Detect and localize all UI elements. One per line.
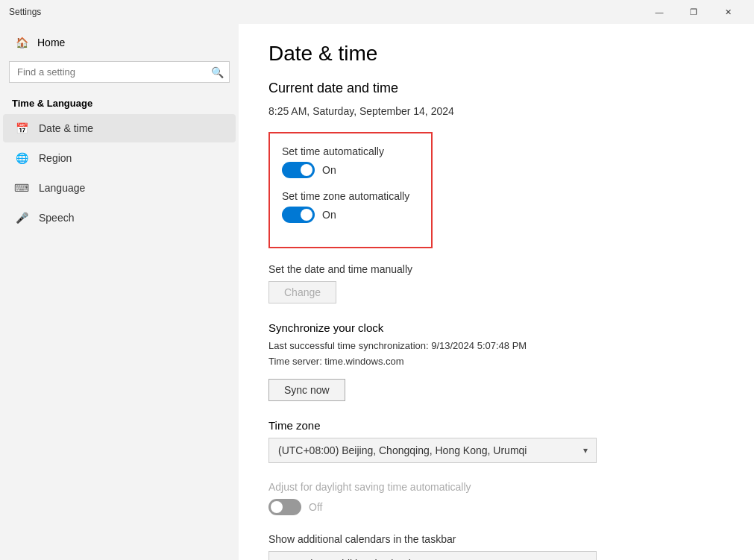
home-label: Home — [37, 37, 65, 48]
daylight-status: Off — [309, 501, 322, 513]
set-time-auto-toggle[interactable] — [282, 162, 315, 178]
auto-time-box: Set time automatically On Set time zone … — [268, 132, 433, 248]
sidebar-item-datetime-label: Date & time — [39, 122, 93, 134]
sidebar-item-datetime[interactable]: 📅 Date & time — [3, 114, 236, 142]
set-time-auto-row: Set time automatically On — [282, 145, 419, 178]
window-controls: — ❐ ✕ — [642, 0, 745, 24]
search-input[interactable] — [9, 61, 230, 83]
app-title: Settings — [9, 7, 642, 17]
set-timezone-auto-toggle-container: On — [282, 207, 419, 223]
sidebar-item-language-label: Language — [39, 182, 85, 194]
sync-last-text: Last successful time synchronization: 9/… — [268, 339, 724, 354]
sidebar-item-speech-label: Speech — [39, 212, 74, 224]
manual-time-section: Set the date and time manually Change — [268, 263, 724, 303]
sync-section: Synchronize your clock Last successful t… — [268, 321, 724, 401]
timezone-select-wrapper: (UTC+08:00) Beijing, Chongqing, Hong Kon… — [268, 438, 597, 463]
timezone-select[interactable]: (UTC+08:00) Beijing, Chongqing, Hong Kon… — [268, 438, 597, 463]
sync-last-info: Last successful time synchronization: 9/… — [268, 339, 724, 370]
content-area: Date & time Current date and time 8:25 A… — [239, 24, 754, 560]
set-time-auto-label: Set time automatically — [282, 145, 419, 157]
sync-now-button[interactable]: Sync now — [268, 379, 345, 401]
sync-server-text: Time server: time.windows.com — [268, 354, 724, 370]
change-button: Change — [268, 281, 336, 303]
set-timezone-auto-row: Set time zone automatically On — [282, 190, 419, 223]
sidebar-item-language[interactable]: ⌨ Language — [3, 174, 236, 202]
sidebar-item-region[interactable]: 🌐 Region — [3, 144, 236, 172]
daylight-toggle-container: Off — [268, 499, 724, 515]
timezone-section-title: Time zone — [268, 419, 724, 432]
calendar-label: Show additional calendars in the taskbar — [268, 533, 724, 545]
set-time-auto-toggle-container: On — [282, 162, 419, 178]
sidebar-item-speech[interactable]: 🎤 Speech — [3, 204, 236, 232]
set-timezone-auto-toggle[interactable] — [282, 207, 315, 223]
calendar-select-wrapper: Don't show additional calendars ▾ — [268, 551, 597, 560]
page-title: Date & time — [268, 42, 724, 66]
sidebar-item-region-label: Region — [39, 152, 72, 164]
sidebar: 🏠 Home 🔍 Time & Language 📅 Date & time 🌐… — [0, 24, 239, 560]
sidebar-section-label: Time & Language — [0, 89, 239, 113]
calendar-select[interactable]: Don't show additional calendars — [268, 551, 597, 560]
set-timezone-auto-status: On — [322, 209, 336, 221]
current-date-section-title: Current date and time — [268, 81, 724, 96]
close-button[interactable]: ✕ — [711, 0, 745, 24]
daylight-label: Adjust for daylight saving time automati… — [268, 481, 724, 493]
set-time-auto-status: On — [322, 164, 336, 176]
daylight-toggle[interactable] — [268, 499, 301, 515]
maximize-button[interactable]: ❐ — [676, 0, 711, 24]
titlebar: Settings — ❐ ✕ — [0, 0, 754, 24]
sidebar-home-button[interactable]: 🏠 Home — [3, 30, 236, 55]
calendar-section: Show additional calendars in the taskbar… — [268, 533, 724, 560]
language-icon: ⌨ — [15, 181, 28, 195]
datetime-icon: 📅 — [15, 122, 28, 135]
home-icon: 🏠 — [15, 36, 28, 49]
timezone-section: Time zone (UTC+08:00) Beijing, Chongqing… — [268, 419, 724, 463]
minimize-button[interactable]: — — [642, 0, 676, 24]
set-timezone-auto-label: Set time zone automatically — [282, 190, 419, 202]
speech-icon: 🎤 — [15, 211, 28, 224]
search-icon: 🔍 — [211, 66, 224, 78]
manual-time-title: Set the date and time manually — [268, 263, 724, 275]
sidebar-search-container: 🔍 — [9, 61, 230, 83]
app-container: 🏠 Home 🔍 Time & Language 📅 Date & time 🌐… — [0, 24, 754, 560]
daylight-section: Adjust for daylight saving time automati… — [268, 481, 724, 515]
current-time-display: 8:25 AM, Saturday, September 14, 2024 — [268, 105, 724, 117]
region-icon: 🌐 — [15, 151, 28, 165]
sync-section-title: Synchronize your clock — [268, 321, 724, 334]
